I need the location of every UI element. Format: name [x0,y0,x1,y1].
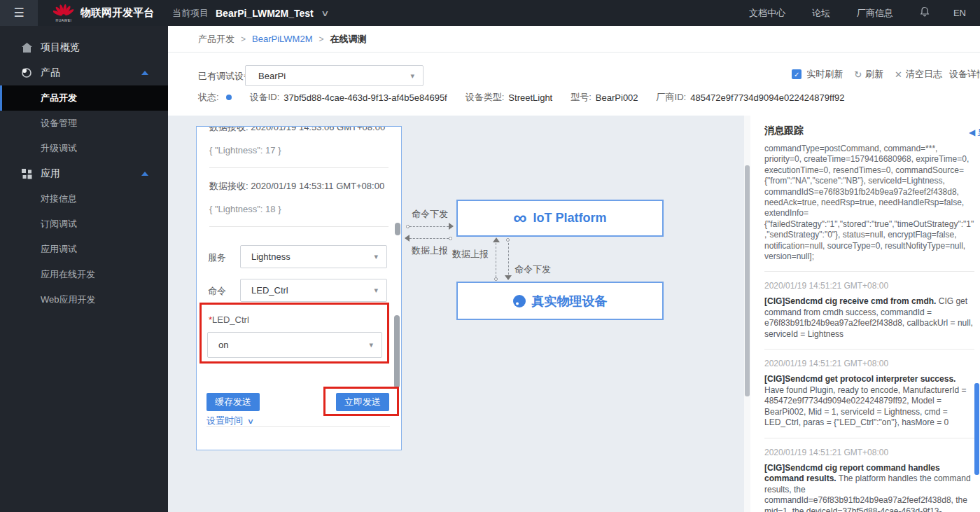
sidebar-item-upgrade-debug[interactable]: 升级调试 [0,136,168,161]
doc-center-link[interactable]: 文档中心 [749,7,785,20]
vendor-id-value: 485472e9f7734d9094e022424879ff92 [690,92,844,103]
log-entry-time: 数据接收: 2020/01/19 14:53:11 GMT+08:00 [209,180,388,193]
cmd-down-dashed-line [508,243,509,275]
param-field-label: *LED_Ctrl [209,314,249,325]
top-bar: ☰ HUAWEI 物联网开发平台 当前项目 BearPi_LWM2M_Test … [0,0,980,26]
cmd-down-arrow [406,223,454,230]
huawei-flower-icon [53,4,74,18]
arrow-origin-dot [494,277,498,281]
scrollbar-thumb[interactable] [394,315,400,388]
param-value-select[interactable]: on ▾ [207,332,382,358]
clear-log-icon[interactable]: ✕ [895,69,902,80]
data-up-arrow [405,235,452,242]
current-project-name[interactable]: BearPi_LWM2M_Test [216,8,314,19]
breadcrumb-current-page: 在线调测 [330,33,366,46]
vendor-info-link[interactable]: 厂商信息 [857,7,893,20]
scrollbar-thumb[interactable] [745,165,750,396]
trace-raw-message: commandType=postCommand, command=***, pr… [764,144,976,262]
cmd-down-label-left: 命令下发 [412,208,448,221]
home-icon [21,43,32,53]
arrow-up-head [493,237,500,242]
notification-bell-icon[interactable] [920,6,930,20]
trace-entry-body: [CIG]Sendcmd get protocol interpreter su… [764,374,976,429]
trace-entry-time: 2020/01/19 14:51:21 GMT+08:00 [764,448,974,457]
infinity-icon: ∞ [513,209,526,228]
caret-down-icon: ▾ [410,71,414,81]
sidebar-item-connect-info[interactable]: 对接信息 [0,186,168,212]
clear-log-label[interactable]: 清空日志 [906,68,942,81]
arrow-origin-dot [506,238,510,242]
data-up-label-left: 数据上报 [412,244,448,257]
realtime-refresh-checkbox[interactable]: ✓ [792,69,802,79]
caret-down-icon: ▾ [374,252,378,261]
sidebar-item-product-development[interactable]: 产品开发 [0,85,168,111]
scrollbar-thumb[interactable] [974,383,979,475]
data-up-dashed-line [496,243,496,277]
huawei-logo: HUAWEI [53,4,74,22]
sidebar-item-app-debug[interactable]: 应用调试 [0,237,168,262]
trace-panel-title: 消息跟踪 [764,125,974,137]
refresh-icon[interactable]: ↻ [854,69,862,80]
hamburger-menu-icon[interactable]: ☰ [0,0,38,26]
breadcrumb-product-name[interactable]: BearPiLWM2M [252,34,312,44]
caret-down-icon: ▾ [374,286,378,295]
divider [209,226,388,227]
sidebar-item-project-overview[interactable]: 项目概览 [0,35,168,60]
trace-entry-body: [CIG]Sendcmd cig report command handles … [764,463,976,512]
iot-platform-box: ∞ IoT Platform [456,200,664,237]
command-field-label: 命令 [208,285,226,298]
caret-down-icon: ▾ [369,340,373,350]
sidebar-item-device-management[interactable]: 设备管理 [0,111,168,136]
device-select[interactable]: BearPi ▾ [245,65,424,86]
status-label: 状态: [198,91,219,104]
platform-title: 物联网开发平台 [80,6,154,20]
sidebar-item-product[interactable]: 产品 [0,60,168,85]
trace-entry-time: 2020/01/19 14:51:21 GMT+08:00 [764,359,974,368]
collapse-arrow-icon[interactable] [141,172,148,176]
language-toggle[interactable]: EN [953,8,966,18]
divider [764,271,974,272]
device-id-value: 37bf5d88-4cae-463d-9f13-af4b5e84695f [284,92,447,103]
cache-send-button[interactable]: 缓存发送 [206,393,260,411]
sidebar-item-application[interactable]: 应用 [0,161,168,186]
trace-entry-body: [CIG]Sendcmd cig receive cmd from cmdh. … [764,296,976,340]
realtime-refresh-label: 实时刷新 [806,68,843,81]
command-select[interactable]: LED_Ctrl ▾ [240,279,387,302]
collapse-arrow-icon[interactable] [141,71,148,75]
triangle-left-icon: ◀ [969,127,975,137]
device-icon [513,295,526,307]
divider [764,438,974,438]
sidebar-item-app-online-dev[interactable]: 应用在线开发 [0,262,168,287]
divider [206,426,390,427]
model-value: BearPi002 [596,92,638,103]
sidebar-nav: 项目概览 产品 产品开发 设备管理 升级调试 应用 对接信息 订阅调试 应用调试… [0,26,168,512]
project-chevron-down-icon[interactable]: ∨ [321,8,329,18]
refresh-label[interactable]: 刷新 [865,68,883,81]
trace-entry-time: 2020/01/19 14:51:21 GMT+08:00 [764,281,974,291]
sidebar-item-subscribe-debug[interactable]: 订阅调试 [0,212,168,237]
huawei-logo-text: HUAWEI [56,18,72,22]
scrollbar-thumb[interactable] [395,223,400,235]
breadcrumb: 产品开发 > BearPiLWM2M > 在线调测 [168,26,980,53]
sidebar-item-web-app-dev[interactable]: Web应用开发 [0,287,168,312]
device-type-value: StreetLight [508,92,552,103]
product-icon [21,67,32,78]
message-trace-panel: 消息跟踪 commandType=postCommand, command=**… [750,116,980,512]
trace-collapse-toggle[interactable]: ◀ 显示 [969,127,980,139]
received-data-log-list: 数据接收: 2020/01/19 14:53:06 GMT+08:00 { "L… [197,126,401,227]
status-bar: 状态: 设备ID: 37bf5d88-4cae-463d-9f13-af4b5e… [198,91,844,104]
device-info-section: 已有调试设备: BearPi ▾ ✓ 实时刷新 ↻ 刷新 ✕ 清空日志 设备详情… [168,53,980,116]
device-detail-link[interactable]: 设备详情 [949,68,980,81]
log-entry-payload: { "Lightness": 17 } [209,145,388,155]
arrow-down-head [505,275,512,280]
forum-link[interactable]: 论坛 [812,7,830,20]
breadcrumb-product-development[interactable]: 产品开发 [198,33,234,46]
current-project-label: 当前项目 [172,7,209,20]
send-now-button[interactable]: 立即发送 [336,393,389,411]
physical-device-box: 真实物理设备 [456,282,664,320]
log-entry-payload: { "Lightness": 18 } [209,204,388,214]
status-online-dot [226,95,232,100]
chevron-down-icon: ∨ [247,417,254,426]
divider [764,349,974,350]
service-select[interactable]: Lightness ▾ [240,245,387,268]
